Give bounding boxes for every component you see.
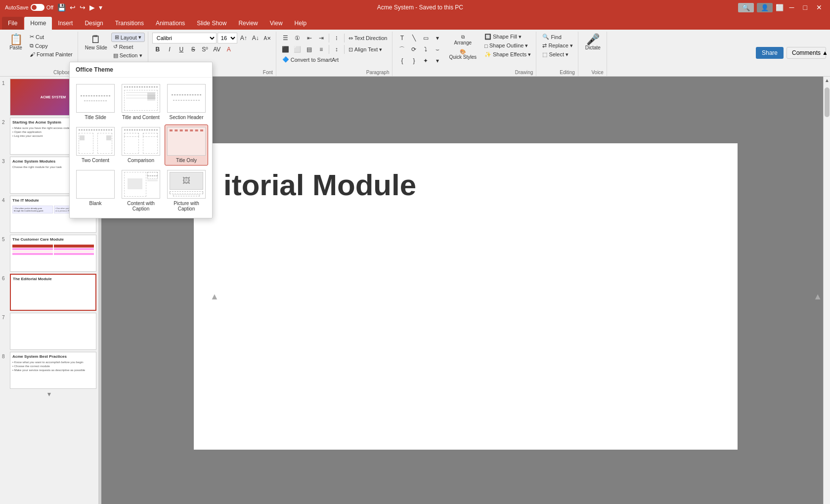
shape-line-button[interactable]: ╲: [408, 33, 419, 43]
tab-review[interactable]: Review: [232, 17, 263, 30]
shape-extra5[interactable]: {: [396, 55, 407, 66]
tab-transitions[interactable]: Transitions: [109, 17, 150, 30]
arrange-button[interactable]: ⧉ Arrange: [446, 33, 480, 47]
clear-format-button[interactable]: A✕: [262, 33, 273, 43]
tab-design[interactable]: Design: [79, 17, 109, 30]
text-direction-button[interactable]: ⇔ Text Direction: [347, 34, 390, 42]
shape-extra6[interactable]: }: [408, 55, 419, 66]
slide-img-7[interactable]: [10, 313, 96, 350]
minimize-button[interactable]: ─: [786, 2, 797, 12]
shape-extra7[interactable]: ✦: [420, 55, 431, 66]
decrease-font-button[interactable]: A↓: [250, 33, 261, 43]
shape-outline-button[interactable]: □ Shape Outline ▾: [482, 42, 533, 50]
convert-smartart-button[interactable]: 🔷 Convert to SmartArt: [280, 55, 341, 64]
canvas-scroll-down[interactable]: ▲: [813, 292, 822, 302]
align-text-button[interactable]: ⊡ Align Text ▾: [347, 45, 385, 54]
tab-slideshow[interactable]: Slide Show: [191, 17, 232, 30]
slide-thumb-7[interactable]: 7: [2, 313, 96, 350]
align-left-button[interactable]: ⬛: [280, 44, 291, 55]
shape-extra3[interactable]: ⤵: [420, 44, 431, 55]
tab-home[interactable]: Home: [24, 17, 52, 30]
slide-thumb-8[interactable]: 8 Acme System Best Practices • Know what…: [2, 352, 96, 389]
replace-button[interactable]: ⇄ Replace ▾: [540, 42, 574, 50]
layout-button[interactable]: ⊞ Layout ▾: [111, 33, 145, 42]
share-button[interactable]: Share: [756, 47, 784, 59]
customize-icon[interactable]: ▾: [99, 3, 102, 11]
increase-indent-button[interactable]: ⇥: [316, 33, 327, 43]
search-icon-title[interactable]: 🔍: [738, 3, 754, 12]
layout-blank[interactable]: Blank: [74, 168, 117, 214]
present-icon[interactable]: ▶: [89, 3, 95, 11]
slide-thumb-5[interactable]: 5 The Customer Care Module: [2, 235, 96, 272]
reset-button[interactable]: ↺ Reset: [111, 42, 145, 51]
shape-effects-button[interactable]: ✨ Shape Effects ▾: [482, 50, 533, 59]
bullets-button[interactable]: ☰: [280, 33, 291, 43]
justify-button[interactable]: ≡: [316, 44, 327, 55]
font-name-select[interactable]: Calibri: [152, 33, 217, 43]
font-color-button[interactable]: A: [223, 44, 234, 55]
redo-icon[interactable]: ↪: [80, 3, 86, 11]
slide-img-8[interactable]: Acme System Best Practices • Know what y…: [10, 352, 96, 389]
save-icon[interactable]: 💾: [57, 3, 66, 11]
align-right-button[interactable]: ▤: [304, 44, 315, 55]
ribbon-expand-button[interactable]: ▲: [820, 47, 830, 58]
tab-insert[interactable]: Insert: [52, 17, 79, 30]
shape-more2[interactable]: ▾: [432, 55, 443, 66]
shape-more-button[interactable]: ▾: [432, 33, 443, 43]
select-button[interactable]: ⬚ Select ▾: [540, 50, 574, 59]
copy-button[interactable]: ⧉ Copy: [28, 42, 75, 50]
shape-extra1[interactable]: ⌒: [396, 44, 407, 55]
maximize-button[interactable]: □: [800, 2, 810, 12]
autosave-toggle[interactable]: [31, 4, 44, 11]
canvas-scroll-up[interactable]: ▲: [210, 292, 219, 302]
layout-picture-caption[interactable]: 🖼 Picture with Caption: [165, 168, 208, 214]
tab-file[interactable]: File: [2, 17, 23, 30]
char-spacing-button[interactable]: AV: [212, 44, 222, 55]
layout-content-caption[interactable]: Content with Caption: [119, 168, 163, 214]
scroll-up-button[interactable]: ▲: [824, 77, 830, 84]
dictate-button[interactable]: 🎤 Dictate: [582, 33, 604, 52]
slide-main-title[interactable]: itorial Module: [223, 168, 416, 202]
underline-button[interactable]: U: [176, 44, 187, 55]
ribbon-display-icon[interactable]: ⬜: [776, 4, 784, 11]
text-box-button[interactable]: T: [396, 33, 407, 43]
shape-extra2[interactable]: ⟳: [408, 44, 419, 55]
paste-button[interactable]: 📋 Paste: [5, 33, 27, 52]
align-center-button[interactable]: ⬜: [292, 44, 303, 55]
shape-extra4[interactable]: ⌣: [432, 44, 443, 55]
autosave-control[interactable]: AutoSave Off: [5, 4, 53, 11]
tab-help[interactable]: Help: [289, 17, 313, 30]
italic-button[interactable]: I: [164, 44, 175, 55]
layout-title-content[interactable]: Title and Content: [119, 82, 163, 123]
tab-animations[interactable]: Animations: [150, 17, 191, 30]
columns-button[interactable]: ⫶: [331, 33, 342, 43]
new-slide-button[interactable]: 🗒 New Slide: [82, 33, 110, 52]
vertical-scrollbar[interactable]: ▲ ▼: [823, 77, 830, 504]
layout-title-only[interactable]: Title Only: [165, 125, 208, 166]
strikethrough-button[interactable]: S: [188, 44, 199, 55]
slide-thumb-6[interactable]: 6 The Editorial Module: [2, 274, 96, 311]
find-button[interactable]: 🔍 Find: [540, 33, 574, 41]
layout-title-slide[interactable]: Title Slide: [74, 82, 117, 123]
quick-styles-button[interactable]: 🎨 Quick Styles: [446, 47, 480, 61]
numbering-button[interactable]: ①: [292, 33, 303, 43]
line-spacing-button[interactable]: ↕: [331, 44, 342, 55]
shape-fill-button[interactable]: 🔲 Shape Fill ▾: [482, 33, 533, 41]
slide-panel-scroll-down[interactable]: ▼: [2, 391, 96, 398]
cut-button[interactable]: ✂ Cut: [28, 33, 75, 41]
format-painter-button[interactable]: 🖌 Format Painter: [28, 50, 75, 58]
close-button[interactable]: ✕: [813, 2, 825, 12]
account-icon[interactable]: 👤: [757, 3, 773, 12]
section-button[interactable]: ▤ Section ▾: [111, 51, 145, 60]
layout-section-header[interactable]: Section Header: [165, 82, 208, 123]
undo-icon[interactable]: ↩: [70, 3, 76, 11]
shape-rect-button[interactable]: ▭: [420, 33, 431, 43]
bold-button[interactable]: B: [152, 44, 163, 55]
text-shadow-button[interactable]: S⁰: [200, 44, 211, 55]
layout-comparison[interactable]: Comparison: [119, 125, 163, 166]
slide-img-6[interactable]: The Editorial Module: [10, 274, 96, 311]
increase-font-button[interactable]: A↑: [238, 33, 249, 43]
tab-view[interactable]: View: [264, 17, 289, 30]
decrease-indent-button[interactable]: ⇤: [304, 33, 315, 43]
font-size-select[interactable]: 16: [218, 33, 237, 43]
